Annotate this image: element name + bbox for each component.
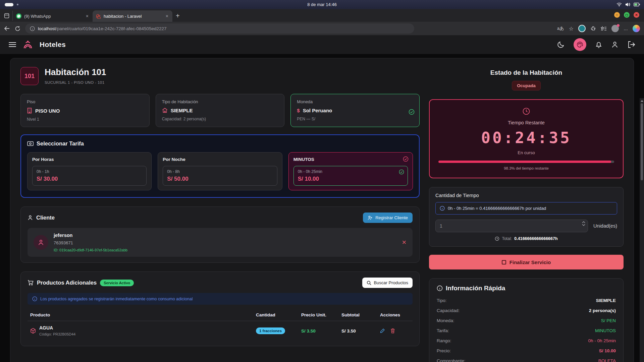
- registrar-cliente-label: Registrar Cliente: [375, 215, 408, 220]
- col-precio: Precio Unit.: [299, 309, 339, 321]
- back-button[interactable]: [4, 26, 10, 31]
- edit-pencil-icon[interactable]: [380, 328, 385, 333]
- tarifa-option-minutos[interactable]: MINUTOS 0h - 0h 25min S/ 10.00: [288, 152, 413, 190]
- browser-menu-icon[interactable]: …: [624, 26, 628, 31]
- client-name: jeferson: [54, 233, 127, 238]
- page-scrollbar[interactable]: [640, 98, 644, 362]
- chevron-down-icon[interactable]: [582, 224, 585, 226]
- row-label: Tarifa:: [437, 328, 449, 333]
- timer-percent-label: 98.3% del tiempo restante: [438, 166, 614, 170]
- cart-icon: [28, 280, 34, 286]
- room-type-icon: [162, 108, 168, 113]
- favorites-bar-icon[interactable]: [601, 26, 607, 31]
- subtotal-value: S/ 3.50: [341, 328, 356, 334]
- site-info-icon[interactable]: [30, 26, 35, 31]
- tarifa-option-por-horas[interactable]: Por Horas 0h - 1h S/ 30.00: [27, 152, 152, 190]
- reload-button[interactable]: [15, 26, 20, 32]
- volume-icon[interactable]: [625, 2, 630, 7]
- logout-icon[interactable]: [627, 41, 635, 48]
- profile-avatar[interactable]: [611, 25, 619, 32]
- scroll-up-arrow[interactable]: [641, 100, 643, 102]
- address-bar[interactable]: localhost/panel/cuarto/019caa1e-242c-728…: [25, 23, 414, 34]
- buscar-productos-label: Buscar Productos: [374, 280, 408, 285]
- scrollbar-thumb[interactable]: [641, 103, 643, 180]
- main-content-card: 101 Habitación 101 SUCURSAL 1 - PISO UNO…: [10, 58, 634, 362]
- bookmark-star-icon[interactable]: ☆: [569, 25, 574, 32]
- quick-info-row: Moneda:S/ PEN: [437, 315, 616, 325]
- card-label: Piso: [27, 99, 143, 104]
- window-close-button[interactable]: ✕: [634, 12, 639, 18]
- quantity-input[interactable]: [435, 220, 588, 232]
- timer-card: Tiempo Restante 00:24:35 En curso 98.3% …: [429, 99, 624, 178]
- clock-icon: [495, 236, 499, 241]
- buscar-productos-button[interactable]: Buscar Productos: [362, 278, 413, 288]
- finalizar-servicio-button[interactable]: Finalizar Servicio: [429, 255, 624, 269]
- tab-close-icon[interactable]: ×: [165, 13, 169, 19]
- page-title: Habitación 101: [45, 67, 106, 77]
- hamburger-menu-icon[interactable]: [9, 42, 16, 47]
- dark-mode-moon-icon[interactable]: [557, 41, 565, 49]
- quick-info-row: Rango:0h - 0h 25min: [437, 336, 616, 346]
- extension-avatar-icon[interactable]: [578, 25, 586, 32]
- card-sub: PEN — S/: [297, 117, 413, 121]
- delete-trash-icon[interactable]: [390, 328, 395, 334]
- row-label: Precio:: [437, 348, 451, 353]
- new-tab-button[interactable]: +: [176, 12, 180, 20]
- window-maximize-button[interactable]: ◻: [624, 12, 630, 18]
- timer-countdown: 00:24:35: [438, 129, 614, 147]
- search-icon: [367, 281, 371, 285]
- tarifa-title: Seleccionar Tarifa: [37, 140, 84, 147]
- quantity-stepper[interactable]: [582, 221, 585, 226]
- tab-overview-icon[interactable]: [3, 11, 13, 21]
- productos-title: Productos Adicionales: [37, 280, 97, 286]
- client-id: ID: 019caa20-d9df-7146-97ef-5b1eaca52abb: [54, 248, 127, 252]
- wifi-icon[interactable]: [616, 2, 622, 7]
- copilot-icon[interactable]: [633, 25, 640, 32]
- cantidad-tiempo-card: Cantidad de Tiempo 0h - 0h 25min = 0.416…: [429, 187, 624, 247]
- currency-icon: $: [297, 108, 300, 113]
- theme-palette-button[interactable]: [574, 38, 586, 51]
- tab-whatsapp[interactable]: (9) WhatsApp ×: [13, 10, 93, 22]
- quick-info-title: Información Rápida: [446, 285, 505, 292]
- tarifa-name: MINUTOS: [293, 157, 408, 162]
- row-value: MINUTOS: [595, 328, 616, 333]
- servicio-activo-badge: Servicio Activo: [100, 280, 134, 286]
- informacion-rapida-card: Información Rápida Tipo:SIEMPLE Capacida…: [429, 278, 624, 362]
- product-box-icon: [30, 328, 36, 334]
- status-badge: Ocupada: [512, 81, 541, 90]
- card-label: Moneda: [297, 99, 413, 104]
- info-icon: [440, 206, 445, 211]
- card-moneda[interactable]: Moneda $ Sol Peruano PEN — S/: [290, 94, 420, 127]
- quick-info-row: Capacidad:2 persona(s): [437, 305, 616, 315]
- workspace-dot-icon: [17, 4, 18, 5]
- check-circle-icon: [403, 156, 409, 162]
- notifications-bell-icon[interactable]: [595, 41, 602, 49]
- window-minimize-button[interactable]: −: [614, 12, 620, 18]
- system-clock[interactable]: 8 de mar 14:46: [307, 2, 336, 7]
- extensions-puzzle-icon[interactable]: [590, 26, 596, 32]
- total-label: Total:: [502, 236, 512, 241]
- chevron-up-icon[interactable]: [582, 221, 585, 223]
- tarifa-section: Seleccionar Tarifa Por Horas 0h - 1h S/ …: [20, 134, 420, 198]
- translate-icon[interactable]: aあ: [557, 25, 564, 32]
- tab-habitacion[interactable]: habitacion - Laravel ×: [93, 10, 172, 22]
- tarifa-option-por-noche[interactable]: Por Noche 0h - 8h S/ 50.00: [158, 152, 282, 190]
- cantidad-info-text: 0h - 0h 25min = 0.4166666666666667h por …: [448, 206, 546, 211]
- battery-icon[interactable]: [634, 3, 640, 6]
- cantidad-info-box: 0h - 0h 25min = 0.4166666666666667h por …: [435, 202, 617, 215]
- tab-close-icon[interactable]: ×: [85, 13, 89, 19]
- row-label: Capacidad:: [437, 308, 460, 313]
- hotel-logo-icon: [22, 39, 34, 50]
- remove-client-icon[interactable]: ✕: [402, 239, 407, 246]
- check-circle-icon: [399, 169, 404, 175]
- laravel-favicon: [96, 14, 101, 19]
- user-profile-icon[interactable]: [611, 41, 619, 49]
- row-value: S/ 10.00: [599, 348, 616, 353]
- estado-title: Estado de la Habitación: [429, 69, 624, 76]
- productos-table: Producto Cantidad Precio Unit. Subtotal …: [28, 309, 413, 340]
- card-sub: Capacidad: 2 persona(s): [162, 117, 278, 121]
- registrar-cliente-button[interactable]: Registrar Cliente: [363, 213, 413, 223]
- total-value: 0.4166666666666667h: [514, 236, 557, 241]
- person-plus-icon: [368, 216, 373, 220]
- product-name: AGUA: [39, 325, 75, 330]
